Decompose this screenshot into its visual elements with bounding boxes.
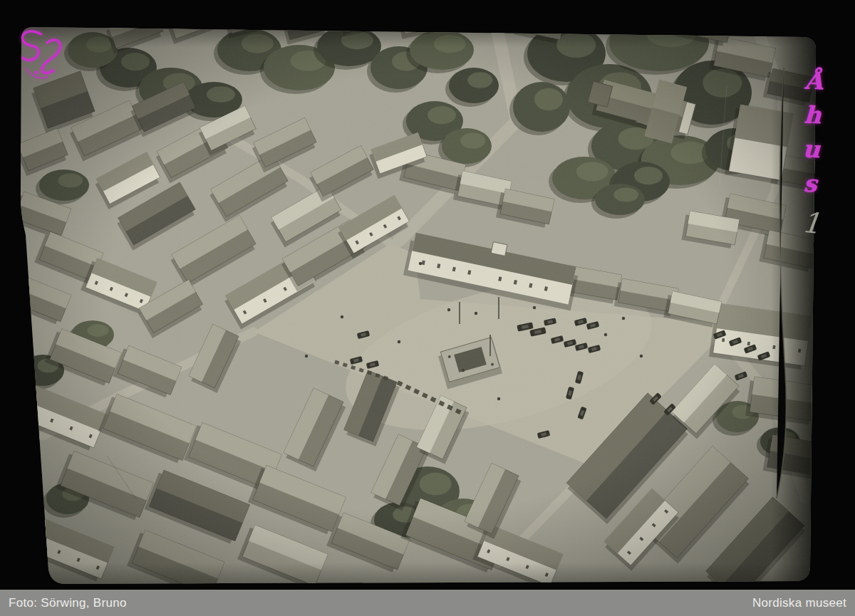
scanned-photo-page: Aerial view over a town square lined wit…	[0, 0, 855, 616]
aerial-photo-scene	[9, 2, 829, 590]
aerial-photo: Aerial view over a town square lined wit…	[0, 0, 855, 590]
film-grain	[14, 21, 823, 590]
film-corner-annotation: 52	[14, 26, 68, 87]
archive-credit: Nordiska museet	[752, 596, 846, 610]
photographer-credit: Foto: Sörwing, Bruno	[9, 596, 127, 610]
caption-bar: Foto: Sörwing, Bruno Nordiska museet	[0, 590, 855, 616]
